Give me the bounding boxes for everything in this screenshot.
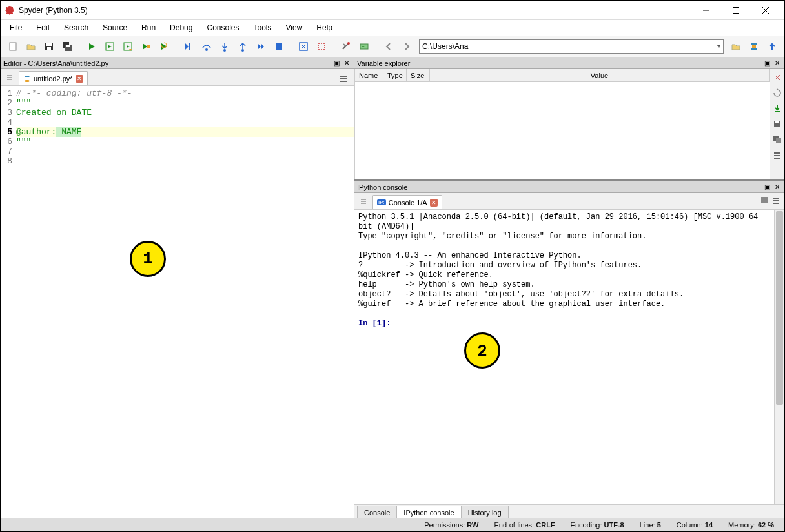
menu-edit[interactable]: Edit <box>30 21 56 34</box>
save-all-button[interactable] <box>59 38 76 55</box>
close-pane-icon[interactable]: ✕ <box>342 59 351 68</box>
close-tab-icon[interactable]: ✕ <box>76 75 83 83</box>
svg-rect-39 <box>773 203 779 204</box>
svg-rect-26 <box>340 78 347 79</box>
svg-rect-5 <box>10 43 16 50</box>
svg-rect-19 <box>276 43 282 50</box>
maximize-pane-button[interactable] <box>295 38 312 55</box>
close-pane-icon[interactable]: ✕ <box>773 59 782 68</box>
editor-options-icon[interactable] <box>337 72 350 85</box>
toolbar: + ▾ <box>1 36 784 57</box>
ipython-badge-icon: IP: <box>377 200 386 205</box>
tab-console[interactable]: Console <box>357 506 397 518</box>
step-into-button[interactable] <box>216 38 233 55</box>
menu-consoles[interactable]: Consoles <box>200 21 245 34</box>
scrollbar[interactable] <box>774 210 784 504</box>
run-cell-advance-button[interactable] <box>119 38 136 55</box>
editor-tab[interactable]: untitled2.py* ✕ <box>19 71 88 85</box>
svg-rect-33 <box>774 152 780 154</box>
svg-rect-34 <box>774 155 780 156</box>
status-bar: Permissions: RW End-of-lines: CRLF Encod… <box>1 518 784 531</box>
undock-icon[interactable]: ▣ <box>332 59 341 68</box>
preferences-button[interactable] <box>338 38 354 55</box>
svg-rect-28 <box>775 111 780 112</box>
working-dir-input[interactable] <box>422 42 717 51</box>
menu-debug[interactable]: Debug <box>163 21 199 34</box>
parent-dir-button[interactable] <box>764 38 780 55</box>
svg-point-22 <box>347 42 350 45</box>
new-file-button[interactable] <box>5 38 21 55</box>
menu-tools[interactable]: Tools <box>247 21 278 34</box>
set-console-dir-button[interactable] <box>746 38 762 55</box>
forward-button[interactable] <box>398 38 415 55</box>
svg-rect-2 <box>733 7 739 13</box>
svg-rect-25 <box>340 76 347 77</box>
variable-explorer: Name Type Size Value <box>354 69 784 179</box>
working-dir-combo[interactable]: ▾ <box>419 39 724 54</box>
menu-search[interactable]: Search <box>57 21 95 34</box>
editor-tabstrip: untitled2.py* ✕ <box>1 69 354 86</box>
ipython-tab[interactable]: IP: Console 1/A ✕ <box>372 195 442 209</box>
col-value[interactable]: Value <box>430 69 770 81</box>
menu-file[interactable]: File <box>3 21 28 34</box>
tab-history-log[interactable]: History log <box>461 506 509 518</box>
menu-help[interactable]: Help <box>310 21 339 34</box>
svg-rect-37 <box>773 198 779 199</box>
callout-1: 1 <box>130 241 166 277</box>
minimize-button[interactable] <box>691 1 721 20</box>
load-icon[interactable] <box>771 103 783 114</box>
save-data-icon[interactable] <box>771 118 783 130</box>
rerun-button[interactable] <box>156 38 172 55</box>
svg-rect-30 <box>775 121 779 123</box>
debug-button[interactable] <box>180 38 197 55</box>
ipython-prompt[interactable]: In [1]: <box>358 319 396 328</box>
undock-icon[interactable]: ▣ <box>762 59 771 68</box>
close-tab-icon[interactable]: ✕ <box>430 199 438 207</box>
console-switcher-icon[interactable] <box>357 195 370 208</box>
step-over-button[interactable] <box>198 38 215 55</box>
back-button[interactable] <box>380 38 397 55</box>
open-file-button[interactable] <box>23 38 39 55</box>
menu-source[interactable]: Source <box>96 21 134 34</box>
close-button[interactable] <box>751 1 780 20</box>
chevron-down-icon[interactable]: ▾ <box>717 43 720 50</box>
editor-tab-label: untitled2.py* <box>34 75 73 83</box>
menu-run[interactable]: Run <box>135 21 162 34</box>
variable-table[interactable]: Name Type Size Value <box>354 69 770 179</box>
ipython-console-output[interactable]: Python 3.5.1 |Anaconda 2.5.0 (64-bit)| (… <box>354 210 774 504</box>
close-pane-icon[interactable]: ✕ <box>773 183 782 192</box>
step-out-button[interactable] <box>234 38 251 55</box>
svg-rect-35 <box>774 158 780 159</box>
stop-debug-button[interactable] <box>270 38 287 55</box>
col-size[interactable]: Size <box>407 69 430 81</box>
file-switcher-icon[interactable] <box>3 71 16 84</box>
pythonpath-button[interactable]: + <box>356 38 372 55</box>
run-selection-button[interactable] <box>138 38 154 55</box>
options-icon[interactable] <box>771 149 783 161</box>
maximize-button[interactable] <box>721 1 751 20</box>
save-button[interactable] <box>41 38 57 55</box>
continue-button[interactable] <box>252 38 269 55</box>
save-as-icon[interactable] <box>771 134 783 145</box>
svg-rect-36 <box>761 197 768 203</box>
col-type[interactable]: Type <box>383 69 407 81</box>
undock-icon[interactable]: ▣ <box>762 183 771 192</box>
col-name[interactable]: Name <box>355 69 383 81</box>
menu-view[interactable]: View <box>280 21 309 34</box>
code-editor[interactable]: 1 2 3 4 5 6 7 8 # -*- coding: utf-8 -*- … <box>1 86 354 518</box>
menu-bar: File Edit Search Source Run Debug Consol… <box>1 20 784 36</box>
svg-point-16 <box>205 48 208 51</box>
refresh-icon[interactable] <box>771 87 783 99</box>
svg-text:+: + <box>362 44 365 50</box>
svg-rect-21 <box>318 43 325 50</box>
console-options-icon[interactable] <box>771 196 780 205</box>
browse-dir-button[interactable] <box>728 38 744 55</box>
stop-kernel-icon[interactable] <box>760 196 769 205</box>
ipython-tab-label: Console 1/A <box>389 199 427 207</box>
run-cell-button[interactable] <box>101 38 118 55</box>
fullscreen-button[interactable] <box>313 38 330 55</box>
import-data-icon[interactable] <box>771 72 783 83</box>
run-button[interactable] <box>83 38 100 55</box>
tab-ipython-console[interactable]: IPython console <box>396 506 461 518</box>
varexp-pane-title: Variable explorer ▣ ✕ <box>354 57 784 69</box>
